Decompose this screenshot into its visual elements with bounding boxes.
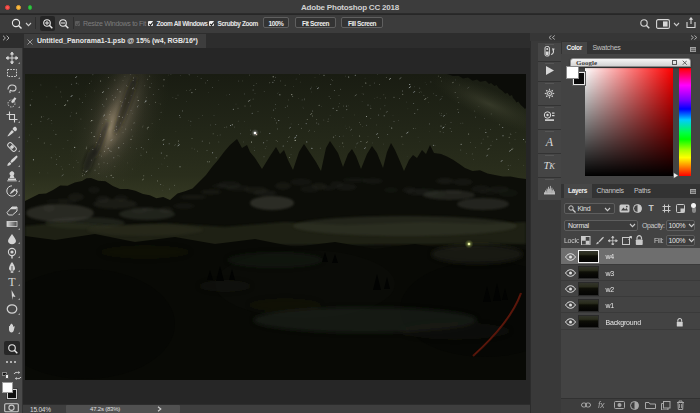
svg-text:K: K	[548, 161, 556, 171]
svg-text:A: A	[545, 135, 554, 148]
svg-text:T: T	[8, 275, 16, 287]
